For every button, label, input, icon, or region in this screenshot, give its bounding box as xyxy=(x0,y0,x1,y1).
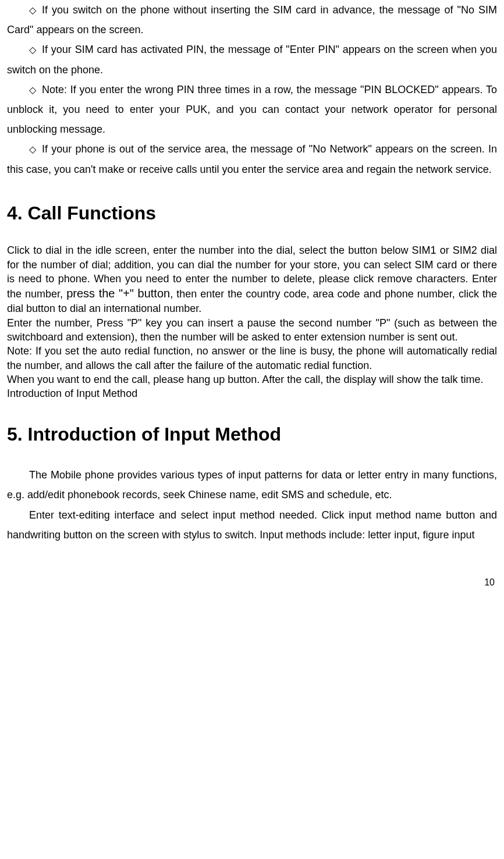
bullet-text-1: If you switch on the phone without inser… xyxy=(7,4,497,36)
call-functions-paragraph-3: Note: If you set the auto redial functio… xyxy=(7,344,497,372)
bullet-text-3: Note: If you enter the wrong PIN three t… xyxy=(7,84,497,135)
bullet-item-2: ◇If your SIM card has activated PIN, the… xyxy=(7,40,497,79)
heading-call-functions: 4. Call Functions xyxy=(7,196,497,231)
input-method-paragraph-2: Enter text-editing interface and select … xyxy=(7,505,497,545)
bullet-text-2: If your SIM card has activated PIN, the … xyxy=(7,44,497,75)
diamond-icon: ◇ xyxy=(29,2,36,19)
press-plus-button-text: press the "+" button xyxy=(66,287,170,300)
heading-input-method: 5. Introduction of Input Method xyxy=(7,417,497,452)
bullet-item-3: ◇Note: If you enter the wrong PIN three … xyxy=(7,80,497,140)
bullet-text-4: If your phone is out of the service area… xyxy=(7,143,497,175)
call-functions-paragraph-4: When you want to end the call, please ha… xyxy=(7,372,497,386)
call-functions-paragraph-1: Click to dial in the idle screen, enter … xyxy=(7,243,497,315)
call-functions-paragraph-2: Enter the number, Press "P" key you can … xyxy=(7,316,497,345)
bullet-item-1: ◇If you switch on the phone without inse… xyxy=(7,0,497,40)
call-functions-paragraph-5: Introduction of Input Method xyxy=(7,386,497,400)
bullet-item-4: ◇If your phone is out of the service are… xyxy=(7,139,497,179)
page-number: 10 xyxy=(7,574,497,591)
input-method-paragraph-1: The Mobile phone provides various types … xyxy=(7,465,497,505)
diamond-icon: ◇ xyxy=(29,41,36,59)
diamond-icon: ◇ xyxy=(29,81,36,99)
document-page: ◇If you switch on the phone without inse… xyxy=(0,0,504,597)
diamond-icon: ◇ xyxy=(29,141,36,158)
